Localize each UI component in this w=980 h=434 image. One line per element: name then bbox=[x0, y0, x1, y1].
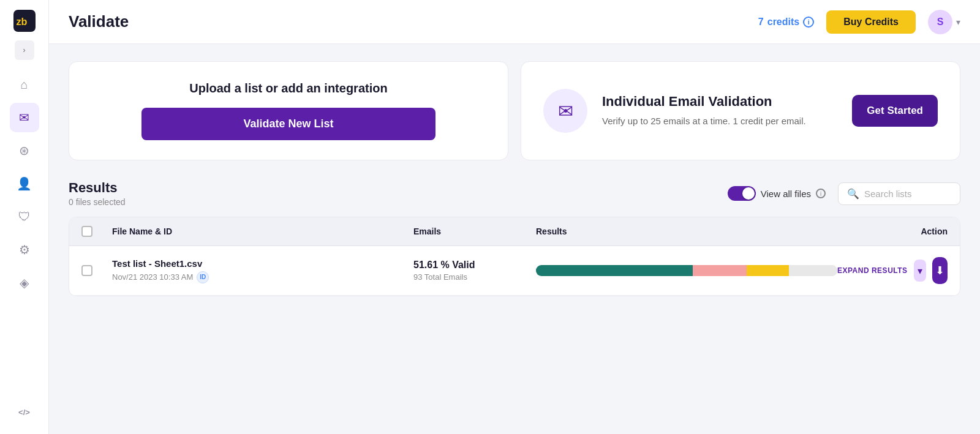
credits-info-icon[interactable]: i bbox=[803, 17, 814, 28]
progress-bar bbox=[536, 265, 837, 276]
view-all-files-label: View all files bbox=[761, 189, 811, 199]
toggle-thumb bbox=[742, 187, 755, 200]
individual-email-card: ✉ Individual Email Validation Verify up … bbox=[521, 61, 960, 160]
upload-card-title: Upload a list or add an integration bbox=[189, 81, 387, 95]
buy-credits-button[interactable]: Buy Credits bbox=[826, 10, 916, 34]
table-row: Test list - Sheet1.csv Nov/21 2023 10:33… bbox=[69, 246, 960, 296]
shield-icon: 🛡 bbox=[18, 210, 31, 224]
progress-unknown bbox=[789, 265, 837, 276]
individual-email-text: Individual Email Validation Verify up to… bbox=[602, 94, 837, 129]
search-lists-placeholder: Search lists bbox=[864, 189, 912, 199]
credits-label: credits bbox=[767, 17, 799, 28]
sidebar-item-shield[interactable]: 🛡 bbox=[10, 202, 39, 231]
individual-email-title: Individual Email Validation bbox=[602, 94, 837, 110]
individual-email-description: Verify up to 25 emails at a time. 1 cred… bbox=[602, 114, 837, 129]
sidebar-item-code[interactable]: </> bbox=[10, 397, 39, 427]
sidebar: zb › ⌂ ✉ ⊛ 👤 🛡 ⚙ ◈ </> bbox=[0, 0, 49, 434]
individual-email-icon: ✉ bbox=[543, 89, 587, 133]
results-title-block: Results 0 files selected bbox=[69, 180, 728, 207]
results-subtitle: 0 files selected bbox=[69, 197, 728, 207]
page-title: Validate bbox=[69, 12, 758, 31]
search-icon: 🔍 bbox=[847, 188, 859, 200]
sidebar-item-validate[interactable]: ✉ bbox=[10, 103, 39, 132]
svg-text:zb: zb bbox=[16, 16, 27, 27]
credits-count: 7 bbox=[758, 17, 764, 28]
envelope-icon: ✉ bbox=[558, 100, 573, 122]
email-icon: ✉ bbox=[19, 110, 29, 125]
get-started-button[interactable]: Get Started bbox=[852, 95, 938, 127]
file-id-badge[interactable]: ID bbox=[197, 271, 209, 283]
sidebar-item-tools[interactable]: ⚙ bbox=[10, 235, 39, 264]
upload-card: Upload a list or add an integration Vali… bbox=[69, 61, 508, 160]
progress-catch-all bbox=[747, 265, 789, 276]
table-header-row: File Name & ID Emails Results Action bbox=[69, 217, 960, 246]
main-content: Validate 7 credits i Buy Credits S ▾ Upl… bbox=[49, 0, 980, 434]
users-icon: 👤 bbox=[17, 176, 32, 191]
user-avatar[interactable]: S bbox=[928, 10, 952, 34]
top-cards-section: Upload a list or add an integration Vali… bbox=[69, 61, 960, 160]
download-button[interactable]: ⬇ bbox=[932, 257, 948, 284]
sidebar-item-home[interactable]: ⌂ bbox=[10, 70, 39, 99]
expand-results-button[interactable]: EXPAND RESULTS bbox=[837, 266, 908, 275]
sidebar-expand-button[interactable]: › bbox=[15, 40, 34, 60]
select-all-checkbox[interactable] bbox=[81, 226, 92, 237]
results-section-header: Results 0 files selected View all files … bbox=[69, 180, 960, 207]
emails-cell: 51.61 % Valid 93 Total Emails bbox=[413, 260, 536, 282]
progress-cell bbox=[536, 265, 837, 276]
file-info-cell: Test list - Sheet1.csv Nov/21 2023 10:33… bbox=[112, 258, 413, 283]
row-checkbox[interactable] bbox=[81, 265, 92, 276]
col-header-action: Action bbox=[837, 226, 948, 236]
layers-icon: ◈ bbox=[20, 275, 29, 290]
col-header-results: Results bbox=[536, 226, 837, 236]
sidebar-item-users[interactable]: 👤 bbox=[10, 169, 39, 198]
col-header-emails: Emails bbox=[413, 226, 536, 236]
search-lists-input[interactable]: 🔍 Search lists bbox=[838, 182, 960, 205]
credits-display: 7 credits i bbox=[758, 17, 814, 28]
view-all-files-toggle[interactable] bbox=[728, 186, 756, 201]
results-controls: View all files i 🔍 Search lists bbox=[728, 182, 960, 205]
header: Validate 7 credits i Buy Credits S ▾ bbox=[49, 0, 980, 44]
user-chevron-icon[interactable]: ▾ bbox=[956, 17, 960, 27]
tools-icon: ⚙ bbox=[19, 242, 30, 257]
results-title: Results bbox=[69, 180, 728, 196]
percent-icon: ⊛ bbox=[19, 143, 29, 158]
emails-total: 93 Total Emails bbox=[413, 272, 536, 282]
results-table: File Name & ID Emails Results Action Tes… bbox=[69, 217, 960, 296]
brand-logo: zb bbox=[11, 7, 38, 34]
file-date: Nov/21 2023 10:33 AM ID bbox=[112, 271, 413, 283]
chevron-down-icon: ▾ bbox=[918, 265, 922, 277]
action-cell: EXPAND RESULTS ▾ ⬇ bbox=[837, 257, 948, 284]
home-icon: ⌂ bbox=[20, 78, 28, 92]
view-files-info-icon[interactable]: i bbox=[816, 189, 826, 198]
sidebar-item-layers[interactable]: ◈ bbox=[10, 268, 39, 297]
progress-valid bbox=[536, 265, 693, 276]
sidebar-item-percent[interactable]: ⊛ bbox=[10, 136, 39, 165]
page-content: Upload a list or add an integration Vali… bbox=[49, 44, 980, 434]
row-chevron-button[interactable]: ▾ bbox=[914, 260, 926, 282]
col-header-filename: File Name & ID bbox=[112, 226, 413, 236]
emails-valid-percent: 51.61 % Valid bbox=[413, 260, 536, 271]
code-icon: </> bbox=[18, 408, 30, 417]
view-all-files-toggle-group: View all files i bbox=[728, 186, 826, 201]
download-icon: ⬇ bbox=[935, 264, 944, 277]
progress-invalid bbox=[693, 265, 747, 276]
file-name: Test list - Sheet1.csv bbox=[112, 258, 413, 269]
validate-new-list-button[interactable]: Validate New List bbox=[141, 108, 435, 140]
